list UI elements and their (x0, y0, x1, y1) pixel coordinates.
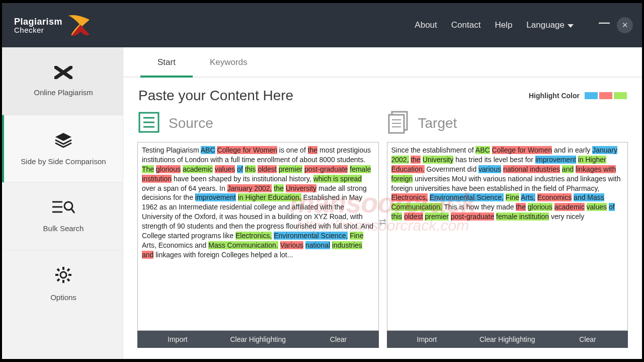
page-title: Paste your Content Here (138, 88, 293, 104)
svg-line-13 (67, 269, 69, 271)
nav-contact[interactable]: Contact (451, 20, 481, 30)
list-search-icon (51, 200, 75, 217)
svg-point-5 (60, 272, 66, 278)
svg-line-12 (57, 279, 59, 281)
svg-line-11 (67, 279, 69, 281)
sidebar-item-bulk-search[interactable]: Bulk Search (2, 182, 123, 250)
target-title: Target (418, 115, 457, 131)
chevron-down-icon (568, 24, 574, 28)
nav-language[interactable]: Language (526, 20, 574, 30)
sidebar-item-label: Bulk Search (43, 224, 84, 233)
target-textbox[interactable]: Since the establishment of ABC College f… (387, 142, 628, 331)
tab-start[interactable]: Start (140, 47, 193, 78)
sidebar-item-options[interactable]: Options (2, 250, 123, 317)
document-lines-icon (137, 111, 160, 136)
layers-icon (53, 132, 73, 150)
sidebar-item-label: Options (50, 293, 76, 302)
sidebar-item-online-plagiarism[interactable]: Online Plagiarism (2, 47, 123, 115)
svg-line-4 (71, 209, 74, 213)
target-clear-button[interactable]: Clear (547, 331, 628, 348)
swap-icon[interactable]: ⇄ (379, 216, 386, 228)
logo-x-icon (66, 13, 92, 38)
close-button[interactable]: ✕ (617, 17, 633, 33)
logo-line2: Checker (14, 26, 62, 34)
target-panel: Target Since the establishment of ABC Co… (387, 111, 628, 348)
source-clear-highlighting-button[interactable]: Clear Highlighting (218, 331, 298, 348)
source-import-button[interactable]: Import (137, 331, 218, 348)
highlight-color-swatches[interactable] (585, 92, 627, 99)
sidebar-item-label: Side by Side Comparison (21, 157, 106, 166)
x-icon (54, 66, 72, 81)
top-nav: About Contact Help Language — ✕ (415, 17, 633, 33)
sidebar-item-side-by-side[interactable]: Side by Side Comparison (2, 115, 123, 182)
nav-about[interactable]: About (415, 20, 437, 30)
tab-keywords[interactable]: Keywords (193, 47, 265, 78)
sidebar-item-label: Online Plagiarism (34, 88, 93, 97)
target-import-button[interactable]: Import (387, 331, 467, 348)
minimize-button[interactable]: — (599, 23, 610, 28)
documents-icon (387, 111, 410, 136)
source-panel: Source Testing Plagiarism ABC College fo… (137, 111, 379, 348)
source-clear-button[interactable]: Clear (298, 331, 379, 348)
source-title: Source (169, 115, 213, 131)
tabs: Start Keywords (123, 47, 642, 78)
logo-line1: Plagiarism (14, 17, 62, 26)
sidebar: Online Plagiarism Side by Side Compariso… (2, 47, 123, 359)
nav-help[interactable]: Help (495, 20, 512, 30)
source-textbox[interactable]: Testing Plagiarism ABC College for Women… (137, 142, 379, 331)
app-header: Plagiarism Checker About Contact Help La… (2, 3, 642, 47)
highlight-color-label: Highlight Color (529, 92, 580, 100)
svg-line-10 (57, 269, 59, 271)
svg-point-3 (64, 202, 72, 210)
target-clear-highlighting-button[interactable]: Clear Highlighting (467, 331, 547, 348)
gear-icon (54, 266, 72, 286)
logo: Plagiarism Checker (14, 13, 92, 38)
